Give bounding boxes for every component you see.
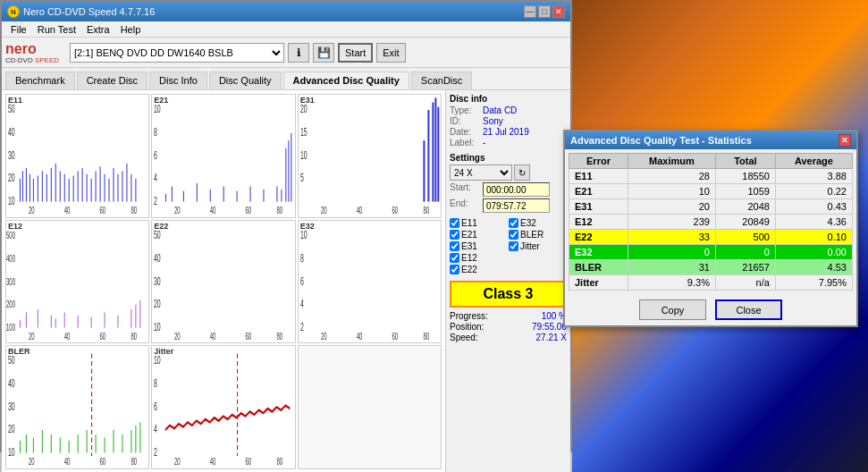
minimize-button[interactable]: —: [524, 5, 536, 18]
chart-e21-title: E21: [154, 96, 168, 105]
stats-content: Error Maximum Total Average E11 28 18550…: [565, 149, 856, 294]
maximize-button[interactable]: □: [538, 5, 551, 18]
chart-bler-svg: 50 40 30 20 10 20 40 60 80: [6, 346, 148, 468]
svg-text:500: 500: [6, 230, 15, 240]
chart-e21: E21 10 8 6 4 2 20 40 60 80: [151, 94, 295, 218]
save-icon[interactable]: 💾: [313, 43, 334, 63]
chart-e21-svg: 10 8 6 4 2 20 40 60 80: [152, 95, 294, 217]
cb-e21[interactable]: [450, 230, 459, 240]
svg-text:10: 10: [8, 446, 15, 458]
svg-rect-131: [96, 434, 97, 453]
menu-extra[interactable]: Extra: [81, 23, 115, 36]
copy-button[interactable]: Copy: [639, 299, 706, 320]
info-panel: Disc info Type: Data CD ID: Sony Date: 2…: [445, 90, 570, 472]
svg-rect-128: [69, 441, 70, 453]
stats-jitter-total: n/a: [715, 275, 775, 291]
stats-close-button[interactable]: ✕: [839, 134, 851, 147]
class-badge: Class 3: [450, 281, 567, 308]
svg-rect-72: [437, 107, 439, 202]
stats-col-total: Total: [715, 154, 775, 169]
stats-e22-max: 33: [628, 230, 715, 245]
exit-button[interactable]: Exit: [376, 43, 405, 63]
svg-text:50: 50: [8, 355, 15, 367]
stats-close-btn[interactable]: Close: [715, 299, 782, 320]
stats-e12-label: E12: [569, 215, 628, 230]
svg-rect-130: [87, 430, 88, 453]
svg-text:80: 80: [423, 331, 429, 341]
stats-row-e21: E21 10 1059 0.22: [569, 184, 853, 199]
menu-file[interactable]: File: [5, 23, 32, 36]
logo-sub: CD·DVD SPEED: [5, 57, 59, 64]
svg-text:30: 30: [8, 149, 15, 161]
svg-text:8: 8: [154, 126, 157, 138]
menu-help[interactable]: Help: [115, 23, 147, 36]
tab-benchmark[interactable]: Benchmark: [5, 72, 75, 89]
start-time-input[interactable]: [483, 182, 550, 197]
stats-row-e32: E32 0 0 0.00: [569, 245, 853, 260]
cb-e32[interactable]: [509, 218, 518, 228]
svg-rect-28: [100, 166, 101, 201]
cb-e12[interactable]: [450, 253, 459, 263]
disc-date-label: Date:: [450, 127, 481, 137]
end-time-input[interactable]: [483, 198, 550, 213]
svg-rect-29: [105, 174, 105, 202]
refresh-button[interactable]: ↻: [514, 164, 530, 181]
stats-e32-label: E32: [569, 245, 628, 260]
stats-e32-total: 0: [715, 245, 775, 260]
disc-label-value: -: [483, 138, 485, 148]
stats-e21-label: E21: [569, 184, 628, 199]
svg-rect-127: [60, 438, 61, 453]
stats-popup: Advanced Disc Quality Test - Statistics …: [563, 130, 858, 327]
tab-disc-info[interactable]: Disc Info: [149, 72, 207, 89]
stats-tbody: E11 28 18550 3.88 E21 10 1059 0.22 E31 2…: [569, 169, 853, 291]
svg-text:60: 60: [100, 331, 106, 341]
svg-rect-20: [64, 174, 65, 202]
cb-e32-label: E32: [520, 218, 536, 228]
stats-e21-total: 1059: [715, 184, 775, 199]
svg-rect-11: [26, 168, 27, 202]
start-label: Start:: [450, 182, 481, 197]
drive-select[interactable]: [2:1] BENQ DVD DD DW1640 BSLB: [70, 43, 284, 63]
svg-text:40: 40: [210, 205, 216, 215]
position-label: Position:: [450, 322, 484, 332]
cb-e22[interactable]: [450, 265, 459, 274]
cb-e11[interactable]: [450, 218, 459, 228]
chart-e22-svg: 50 40 30 20 10 20 40 60 80: [152, 221, 294, 343]
svg-text:2: 2: [300, 321, 304, 333]
stats-e11-max: 28: [628, 169, 715, 184]
tab-scan-disc[interactable]: ScanDisc: [411, 72, 472, 89]
tab-disc-quality[interactable]: Disc Quality: [209, 72, 282, 89]
speed-value: 27.21 X: [536, 333, 567, 342]
svg-text:2: 2: [154, 446, 157, 458]
svg-text:80: 80: [277, 331, 283, 341]
cb-bler-row: BLER: [509, 230, 567, 240]
svg-rect-52: [237, 191, 238, 202]
close-button[interactable]: ✕: [552, 5, 565, 18]
chart-e12-svg: 500 400 300 200 100 20 40 60 80: [6, 221, 148, 343]
tab-create-disc[interactable]: Create Disc: [77, 72, 147, 89]
cb-e31[interactable]: [450, 241, 459, 251]
stats-e12-avg: 4.36: [775, 215, 852, 230]
cb-jitter[interactable]: [509, 241, 518, 251]
svg-text:80: 80: [423, 205, 429, 215]
menu-bar: File Run Test Extra Help: [2, 21, 570, 38]
svg-rect-35: [131, 174, 131, 202]
svg-text:40: 40: [64, 205, 71, 215]
drive-info-icon[interactable]: ℹ: [288, 43, 309, 63]
svg-rect-59: [291, 133, 292, 202]
menu-run-test[interactable]: Run Test: [32, 23, 81, 36]
svg-text:20: 20: [174, 205, 181, 215]
cb-bler[interactable]: [509, 230, 518, 240]
disc-date-row: Date: 21 Jul 2019: [450, 127, 567, 137]
svg-rect-71: [434, 97, 436, 201]
stats-jitter-avg: 7.95%: [775, 275, 852, 291]
svg-rect-33: [122, 171, 122, 201]
svg-text:40: 40: [210, 457, 216, 468]
chart-jitter-svg: 10 8 6 4 2 20 40 60 80: [152, 346, 294, 468]
speed-select[interactable]: 24 X: [450, 164, 512, 181]
svg-text:40: 40: [356, 205, 362, 215]
start-button[interactable]: Start: [338, 43, 373, 63]
tab-adv-disc-quality[interactable]: Advanced Disc Quality: [283, 72, 409, 89]
stats-e31-avg: 0.43: [775, 199, 852, 215]
svg-rect-125: [42, 430, 43, 453]
